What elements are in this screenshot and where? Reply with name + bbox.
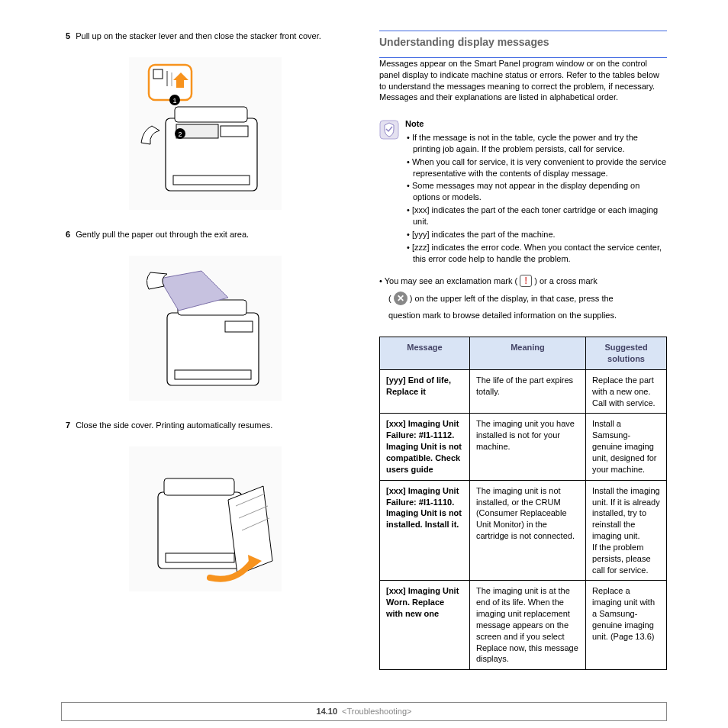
step-5: 5 Pull up on the stacker lever and then …: [75, 31, 349, 42]
note-item: When you call for service, it is very co…: [405, 156, 667, 179]
svg-rect-6: [153, 69, 163, 79]
svg-text:2: 2: [178, 130, 182, 138]
note-icon: [379, 120, 399, 140]
svg-rect-2: [175, 107, 247, 122]
svg-rect-20: [166, 553, 234, 562]
table-row: [yyy] End of life, Replace it The life o…: [380, 369, 667, 414]
table-row: [xxx] Imaging Unit Failure: #I1-1110. Im…: [380, 480, 667, 581]
table-header-row: Message Meaning Suggested solutions: [380, 337, 667, 370]
cell-message: [xxx] Imaging Unit Failure: #I1-1112. Im…: [380, 414, 470, 480]
cell-message: [yyy] End of life, Replace it: [380, 369, 470, 414]
col-header-message: Message: [380, 337, 470, 370]
note-item: [yyy] indicates the part of the machine.: [405, 229, 667, 240]
mark-line-3: question mark to browse detailed informa…: [388, 310, 667, 321]
mark-text-b: ) or a cross mark: [534, 275, 598, 287]
mark-text-c: (: [388, 293, 391, 304]
step-6-text: Gently pull the paper out through the ex…: [76, 230, 249, 239]
cell-message: [xxx] Imaging Unit Failure: #I1-1110. Im…: [380, 480, 470, 581]
step-6: 6 Gently pull the paper out through the …: [75, 229, 349, 240]
intro-paragraph: Messages appear on the Smart Panel progr…: [379, 58, 667, 103]
cell-solution: Replace a imaging unit with a Samsung-ge…: [586, 581, 667, 670]
svg-rect-15: [175, 370, 251, 379]
step-7-text: Close the side cover. Printing automatic…: [76, 420, 272, 430]
table-row: [xxx] Imaging Unit Failure: #I1-1112. Im…: [380, 414, 667, 480]
cell-solution: Install the imaging unit. If it is alrea…: [586, 480, 667, 581]
svg-rect-4: [221, 126, 248, 137]
cross-mark-icon: ✕: [394, 292, 407, 305]
figure-close-cover: [129, 446, 282, 591]
footer-section: <Troubleshooting>: [342, 706, 411, 717]
page-number: 14.10: [317, 706, 338, 717]
cell-meaning: The imaging unit is not installed, or th…: [469, 480, 585, 581]
svg-rect-21: [164, 478, 234, 495]
messages-table: Message Meaning Suggested solutions [yyy…: [379, 337, 667, 670]
step-5-text: Pull up on the stacker lever and then cl…: [76, 31, 321, 40]
mark-line-1: • You may see an exclamation mark ( ! ) …: [379, 275, 667, 287]
col-header-meaning: Meaning: [469, 337, 585, 370]
figure-pull-paper: [129, 256, 282, 401]
mark-line-2: ( ✕ ) on the upper left of the display, …: [388, 292, 667, 305]
step-7: 7 Close the side cover. Printing automat…: [75, 420, 349, 431]
exclamation-mark-icon: !: [520, 275, 532, 287]
note-item: [zzz] indicates the error code. When you…: [405, 242, 667, 265]
svg-text:1: 1: [172, 97, 176, 105]
note-item: Some messages may not appear in the disp…: [405, 180, 667, 203]
svg-rect-1: [173, 176, 250, 185]
col-header-solution: Suggested solutions: [586, 337, 667, 370]
table-row: [xxx] Imaging Unit Worn. Replace with ne…: [380, 581, 667, 670]
mark-text-d: ) on the upper left of the display, in t…: [410, 293, 614, 304]
note-label: Note: [405, 118, 667, 130]
note-item: If the message is not in the table, cycl…: [405, 132, 667, 155]
right-column: Understanding display messages Messages …: [379, 31, 667, 694]
cell-solution: Replace the part with a new one. Call wi…: [586, 369, 667, 414]
svg-rect-18: [225, 321, 253, 332]
page-footer: 14.10 <Troubleshooting>: [61, 702, 667, 721]
figure-stacker-lever: 1 2: [129, 57, 282, 210]
note-item: [xxx] indicates the part of the each ton…: [405, 205, 667, 227]
section-rule-top: [379, 31, 667, 31]
mark-text-a: • You may see an exclamation mark (: [379, 275, 517, 287]
cell-meaning: The imaging unit you have installed is n…: [469, 414, 585, 480]
left-column: 5 Pull up on the stacker lever and then …: [61, 31, 349, 694]
step-7-number: 7: [66, 420, 70, 430]
note-block: Note If the message is not in the table,…: [379, 118, 667, 266]
cell-meaning: The life of the part expires totally.: [469, 369, 585, 414]
section-heading: Understanding display messages: [379, 35, 667, 50]
step-5-number: 5: [66, 31, 70, 40]
step-6-number: 6: [66, 230, 70, 239]
cell-message: [xxx] Imaging Unit Worn. Replace with ne…: [380, 581, 470, 670]
note-list: If the message is not in the table, cycl…: [405, 132, 667, 264]
note-body: Note If the message is not in the table,…: [405, 118, 667, 266]
cell-solution: Install a Samsung-genuine imaging unit, …: [586, 414, 667, 480]
cell-meaning: The imaging unit is at the end of its li…: [469, 581, 585, 670]
